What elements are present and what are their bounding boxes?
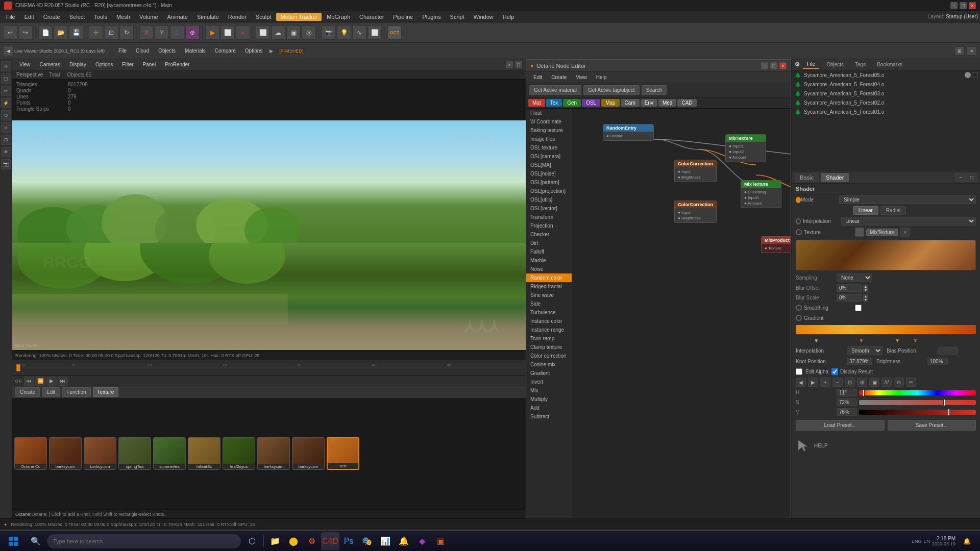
toolbar-interactive-render[interactable]: ● xyxy=(236,26,250,40)
toolbar-move[interactable]: ✛ xyxy=(89,26,103,40)
toolbar-redo[interactable]: ↪ xyxy=(18,26,33,40)
tex-cosinemix[interactable]: Cosine mix xyxy=(526,360,572,369)
taskbar-app4[interactable]: 🔔 xyxy=(395,532,413,550)
toolbar-region-render[interactable]: ⬜ xyxy=(220,26,235,40)
search-btn[interactable]: Search xyxy=(642,85,667,95)
get-active-material-btn[interactable]: Get Active material xyxy=(529,85,581,95)
tab-texture[interactable]: Texture xyxy=(93,387,119,397)
mat-bark3[interactable]: barksycam xyxy=(257,437,290,470)
grad-marker-2[interactable]: ▼ xyxy=(895,338,900,343)
mat-falleaf[interactable]: falleafSc xyxy=(188,437,220,470)
tex-falloff[interactable]: Falloff xyxy=(526,247,572,256)
sat-slider[interactable] xyxy=(859,400,976,405)
obj-row-2[interactable]: 🌲 Sycamore_American_5_Forest03.o xyxy=(792,89,980,98)
toolbar-open[interactable]: 📂 xyxy=(54,26,68,40)
tex-oslutils[interactable]: OSL[utils] xyxy=(526,195,572,204)
node-mixtex-1[interactable]: MixTexture ● Input1 ● Input2 ● Amount xyxy=(725,134,766,162)
tex-side[interactable]: Side xyxy=(526,299,572,308)
sat-thumb[interactable] xyxy=(943,399,945,406)
menu-mograph[interactable]: MoGraph xyxy=(323,13,354,21)
blur-up[interactable]: ▲ xyxy=(863,285,868,288)
smoothing-checkbox[interactable] xyxy=(855,305,862,311)
obj-tab-bookmarks[interactable]: Bookmarks xyxy=(873,61,906,68)
view-options-btn[interactable]: ≡ xyxy=(967,46,977,56)
toolbar-env[interactable]: ◎ xyxy=(302,26,316,40)
menu-render[interactable]: Render xyxy=(224,13,251,21)
mat-summer[interactable]: summerlea xyxy=(153,437,186,470)
interp-dropdown[interactable]: Linear Smooth Constant xyxy=(841,217,976,226)
tex-instancerange[interactable]: Instance range xyxy=(526,325,572,334)
get-active-tag-btn[interactable]: Get Active tag/object xyxy=(583,85,640,95)
sidebar-move[interactable]: ✛ xyxy=(1,61,11,71)
color-ctrl-1[interactable]: ◀ xyxy=(796,378,806,387)
node-mixtex-2[interactable]: MixTexture ● Click/drag ● Input1 ● Amoun… xyxy=(741,180,781,208)
mat-bark2[interactable]: barksycam xyxy=(84,437,116,470)
knot-pos-input[interactable] xyxy=(847,358,872,365)
timeline[interactable]: 0 5 15 25 35 40 45 xyxy=(12,360,526,375)
tex-wcoord[interactable]: W Coordinate xyxy=(526,117,572,126)
play-start[interactable]: ⏮ xyxy=(24,377,34,386)
timeline-track[interactable]: 0 5 15 25 35 40 45 xyxy=(22,367,522,369)
view-menu-cloud[interactable]: Cloud xyxy=(132,47,153,55)
vm-view[interactable]: View xyxy=(15,61,35,68)
toolbar-rotate[interactable]: ↻ xyxy=(119,26,134,40)
menu-script[interactable]: Script xyxy=(446,13,469,21)
menu-motion-tracker[interactable]: Motion Tracker xyxy=(276,13,322,21)
tab-med[interactable]: Med xyxy=(658,99,676,107)
menu-character[interactable]: Character xyxy=(355,13,388,21)
edit-alpha-check[interactable] xyxy=(796,368,802,375)
mat-octaneco[interactable]: Octane Co xyxy=(14,437,47,470)
tex-oslnoise[interactable]: OSL[noise] xyxy=(526,169,572,178)
sampling-select[interactable]: None Box Gaussian xyxy=(837,273,872,282)
blur-down[interactable]: ▼ xyxy=(863,288,868,292)
blur-scale-input[interactable] xyxy=(837,294,862,302)
menu-sculpt[interactable]: Sculpt xyxy=(252,13,276,21)
tex-randomcolor[interactable]: Random color xyxy=(526,273,572,282)
tex-oslvec[interactable]: OSL[vector] xyxy=(526,204,572,213)
interp-radio[interactable] xyxy=(796,218,801,224)
obj-row-4[interactable]: 🌲 Sycamore_American_5_Forest01.o xyxy=(792,107,980,116)
tab-cad[interactable]: CAD xyxy=(677,99,696,107)
toolbar-new[interactable]: 📄 xyxy=(38,26,53,40)
vm-filter[interactable]: Filter xyxy=(118,61,137,68)
obj-row-3[interactable]: 🌲 Sycamore_American_5_Forest02.o xyxy=(792,98,980,107)
tex-transform[interactable]: Transform xyxy=(526,213,572,221)
tex-toonramp[interactable]: Toon ramp xyxy=(526,334,572,343)
basic-tab[interactable]: Basic xyxy=(795,173,819,182)
view-snap-btn[interactable]: ⊞ xyxy=(954,46,965,56)
tab-edit[interactable]: Edit xyxy=(42,387,60,397)
mat-bark1[interactable]: barksycam xyxy=(49,437,82,470)
menu-animate[interactable]: Animate xyxy=(163,13,192,21)
node-colorcorr-1[interactable]: ColorCorrection ● Input ● Brightness xyxy=(674,160,717,182)
close-btn[interactable]: × xyxy=(969,2,976,9)
ne-menu-edit[interactable]: Edit xyxy=(529,73,546,81)
node-colorcorr-2[interactable]: ColorCorrection ● Input ● Brightness xyxy=(674,201,717,223)
toolbar-y-axis[interactable]: Y xyxy=(155,26,169,40)
toolbar-cube[interactable]: ⬜ xyxy=(368,26,382,40)
viewport-top[interactable]: RRCG 八人人 xyxy=(12,120,526,243)
grad-marker-3[interactable]: ▼ xyxy=(913,338,918,343)
ne-menu-view[interactable]: View xyxy=(572,73,591,81)
taskbar-app2[interactable]: 🎭 xyxy=(358,532,376,550)
ne-menu-help[interactable]: Help xyxy=(592,73,611,81)
toolbar-spline[interactable]: ∿ xyxy=(352,26,366,40)
taskbar-photoshop[interactable]: Ps xyxy=(339,532,358,550)
texture-radio[interactable] xyxy=(796,229,802,235)
maximize-btn[interactable]: □ xyxy=(960,2,967,9)
taskbar-app6[interactable]: ▣ xyxy=(431,532,450,550)
tex-marble[interactable]: Marble xyxy=(526,256,572,265)
h-input[interactable] xyxy=(837,389,857,396)
tex-float[interactable]: Float xyxy=(526,109,572,117)
obj-tab-file[interactable]: File xyxy=(803,60,819,69)
view-menu-compare[interactable]: Compare xyxy=(211,47,240,55)
sidebar-magnet[interactable]: ⊙ xyxy=(1,110,11,120)
sidebar-knife[interactable]: ⚡ xyxy=(1,98,11,108)
tex-noise[interactable]: Noise xyxy=(526,265,572,273)
bias-pos-input[interactable] xyxy=(938,347,958,355)
obj-tab-tags[interactable]: Tags xyxy=(851,61,870,68)
mat-spring[interactable]: springTea xyxy=(118,437,151,470)
gradient-bar[interactable] xyxy=(796,325,976,334)
color-ctrl-7[interactable]: ▣ xyxy=(869,378,879,387)
color-ctrl-2[interactable]: ▶ xyxy=(808,378,818,387)
tex-instancecolor[interactable]: Instance color xyxy=(526,317,572,325)
